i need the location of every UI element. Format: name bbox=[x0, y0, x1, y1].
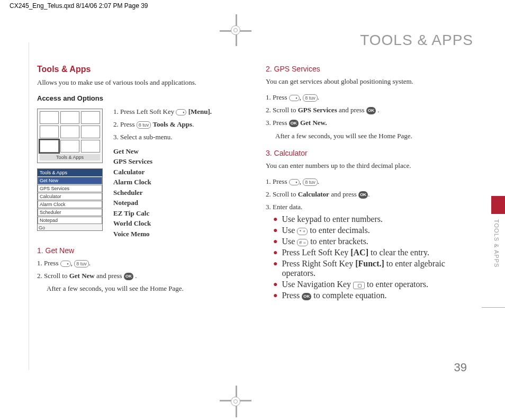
key-8-icon: 8 tuv bbox=[74, 260, 89, 267]
bullet-icon: ● bbox=[273, 248, 277, 257]
step-text: 1. Press , 8 tuv. bbox=[266, 176, 473, 187]
ruler bbox=[29, 42, 29, 370]
bullet-text: Press OK to complete equation. bbox=[282, 291, 386, 300]
soft-key-icon bbox=[289, 95, 300, 101]
step-text: 3. Press OK Get New. bbox=[266, 118, 473, 128]
heading-get-new: 1. Get New bbox=[37, 246, 245, 255]
side-label: TOOLS & APPS bbox=[493, 219, 500, 267]
intro-text: You can get services about global positi… bbox=[266, 76, 473, 87]
side-rule bbox=[482, 307, 505, 308]
bullet-text: Press Right Soft Key [Funct.] to enter a… bbox=[282, 259, 473, 278]
left-column: Tools & Apps Allows you to make use of v… bbox=[37, 65, 245, 302]
bullet-icon: ● bbox=[273, 291, 277, 300]
step-note: After a few seconds, you will see the Ho… bbox=[275, 131, 473, 141]
list-item: Calculator bbox=[38, 193, 102, 200]
step-text: 1. Press , 8 tuv. bbox=[266, 92, 473, 103]
step-note: After a few seconds, you will see the Ho… bbox=[47, 283, 245, 294]
bullet-text: Use * + to enter decimals. bbox=[282, 226, 369, 235]
intro-text: Allows you to make use of various tools … bbox=[37, 77, 245, 88]
step-text: 1. Press , 8 tuv. bbox=[37, 258, 245, 269]
print-slug: CX245_Eng_Telus.qxd 8/14/06 2:07 PM Page… bbox=[10, 2, 148, 10]
intro-text: You can enter numbers up to the third de… bbox=[266, 160, 473, 171]
bullet-list: ●Use keypad to enter numbers. ●Use * + t… bbox=[273, 215, 473, 300]
heading-gps: 2. GPS Services bbox=[266, 65, 473, 73]
phone-screenshots: Tools & Apps Tools & Apps Get New GPS Se… bbox=[37, 109, 106, 236]
key-8-icon: 8 tuv bbox=[137, 121, 151, 129]
bullet-icon: ● bbox=[273, 226, 277, 235]
key-8-icon: 8 tuv bbox=[303, 94, 318, 102]
bullet-text: Use keypad to enter numbers. bbox=[282, 215, 383, 224]
bullet-icon: ● bbox=[273, 259, 277, 278]
step-text: 2. Scroll to Calculator and press OK. bbox=[266, 189, 473, 200]
screenshot-menu-grid: Tools & Apps bbox=[37, 109, 103, 163]
nav-key-icon bbox=[353, 282, 365, 289]
thumb-tab bbox=[491, 196, 505, 214]
screenshot-label: Tools & Apps bbox=[40, 154, 100, 160]
right-column: 2. GPS Services You can get services abo… bbox=[266, 65, 473, 302]
soft-key-icon bbox=[60, 261, 71, 267]
page-number: 39 bbox=[454, 361, 467, 374]
bullet-icon: ● bbox=[273, 280, 277, 289]
ok-key-icon: OK bbox=[289, 120, 299, 127]
bullet-text: Use Navigation Key to enter operators. bbox=[282, 280, 428, 289]
list-item: Scheduler bbox=[38, 209, 102, 216]
key-star-icon: * + bbox=[297, 228, 308, 235]
step-text: 3. Enter data. bbox=[266, 202, 473, 212]
list-item: Notepad bbox=[38, 217, 102, 224]
bullet-text: Press Left Soft Key [AC] to clear the en… bbox=[282, 248, 429, 257]
key-8-icon: 8 tuv bbox=[303, 178, 318, 186]
bullet-icon: ● bbox=[273, 237, 277, 246]
heading-access-options: Access and Options bbox=[37, 94, 245, 102]
list-item: Alarm Clock bbox=[38, 201, 102, 208]
ok-key-icon: OK bbox=[124, 273, 133, 280]
soft-key-icon bbox=[289, 179, 300, 185]
list-item: Get New bbox=[38, 177, 102, 184]
screenshot-header: Tools & Apps bbox=[38, 169, 102, 176]
heading-tools-apps: Tools & Apps bbox=[37, 65, 245, 74]
bullet-icon: ● bbox=[273, 215, 277, 224]
list-item: GPS Services bbox=[38, 185, 102, 192]
page-body: TOOLS & APPS Tools & Apps Allows you to … bbox=[37, 32, 473, 388]
heading-calculator: 3. Calculator bbox=[266, 149, 473, 157]
step-text: 2. Scroll to Get New and press OK . bbox=[37, 271, 245, 281]
side-tab: TOOLS & APPS bbox=[484, 196, 505, 281]
ok-key-icon: OK bbox=[358, 191, 368, 199]
screenshot-footer: Go bbox=[38, 224, 102, 230]
screenshot-submenu: Tools & Apps Get New GPS Services Calcul… bbox=[37, 168, 103, 231]
registration-mark bbox=[231, 397, 240, 406]
ok-key-icon: OK bbox=[366, 107, 376, 114]
page-title: TOOLS & APPS bbox=[37, 32, 473, 49]
soft-key-icon bbox=[176, 109, 186, 115]
step-text: 2. Scroll to GPS Services and press OK . bbox=[266, 105, 473, 115]
ok-key-icon: OK bbox=[302, 293, 311, 300]
key-hash-icon: # = bbox=[297, 239, 308, 246]
bullet-text: Use # = to enter brackets. bbox=[282, 237, 368, 246]
